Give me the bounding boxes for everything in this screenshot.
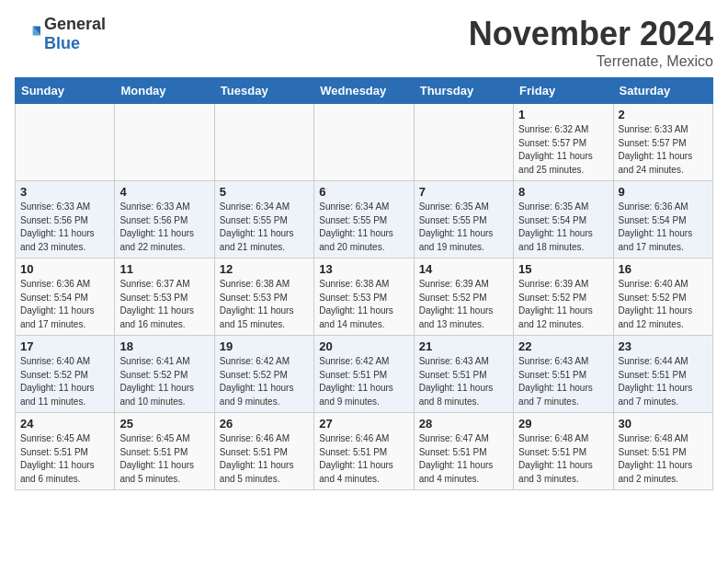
day-cell	[314, 104, 414, 181]
day-number: 18	[119, 339, 209, 353]
day-info: Sunrise: 6:37 AM Sunset: 5:53 PM Dayligh…	[119, 278, 209, 331]
day-number: 2	[619, 108, 708, 121]
day-cell: 11Sunrise: 6:37 AM Sunset: 5:53 PM Dayli…	[115, 259, 214, 336]
day-number: 26	[220, 417, 309, 431]
day-number: 19	[220, 339, 309, 353]
day-info: Sunrise: 6:46 AM Sunset: 5:51 PM Dayligh…	[220, 432, 309, 486]
day-cell: 28Sunrise: 6:47 AM Sunset: 5:51 PM Dayli…	[414, 413, 513, 490]
day-cell: 9Sunrise: 6:36 AM Sunset: 5:54 PM Daylig…	[613, 181, 712, 259]
calendar-table: SundayMondayTuesdayWednesdayThursdayFrid…	[15, 77, 713, 490]
day-number: 28	[419, 417, 508, 431]
day-info: Sunrise: 6:39 AM Sunset: 5:52 PM Dayligh…	[518, 278, 608, 331]
day-cell: 13Sunrise: 6:38 AM Sunset: 5:53 PM Dayli…	[314, 259, 414, 336]
day-header-monday: Monday	[115, 78, 214, 104]
day-cell	[414, 104, 513, 181]
day-number: 4	[119, 185, 209, 199]
day-number: 11	[119, 262, 209, 276]
header: General Blue November 2024 Terrenate, Me…	[15, 15, 713, 70]
logo-general: General	[44, 15, 106, 33]
day-cell: 8Sunrise: 6:35 AM Sunset: 5:54 PM Daylig…	[514, 181, 613, 259]
day-cell: 25Sunrise: 6:45 AM Sunset: 5:51 PM Dayli…	[115, 413, 214, 490]
day-cell: 18Sunrise: 6:41 AM Sunset: 5:52 PM Dayli…	[115, 336, 214, 413]
day-info: Sunrise: 6:35 AM Sunset: 5:54 PM Dayligh…	[518, 201, 608, 254]
day-info: Sunrise: 6:33 AM Sunset: 5:56 PM Dayligh…	[119, 201, 209, 254]
logo-icon	[15, 21, 40, 47]
location-title: Terrenate, Mexico	[469, 53, 713, 70]
day-number: 6	[319, 185, 408, 199]
day-cell: 3Sunrise: 6:33 AM Sunset: 5:56 PM Daylig…	[16, 181, 115, 259]
day-cell: 19Sunrise: 6:42 AM Sunset: 5:52 PM Dayli…	[214, 336, 313, 413]
week-row-2: 3Sunrise: 6:33 AM Sunset: 5:56 PM Daylig…	[16, 181, 713, 259]
day-info: Sunrise: 6:42 AM Sunset: 5:52 PM Dayligh…	[220, 355, 309, 408]
day-info: Sunrise: 6:39 AM Sunset: 5:52 PM Dayligh…	[419, 278, 508, 331]
day-cell: 1Sunrise: 6:32 AM Sunset: 5:57 PM Daylig…	[514, 104, 613, 181]
day-info: Sunrise: 6:36 AM Sunset: 5:54 PM Dayligh…	[20, 278, 109, 331]
logo-blue: Blue	[44, 34, 80, 52]
day-info: Sunrise: 6:41 AM Sunset: 5:52 PM Dayligh…	[119, 355, 209, 408]
day-cell: 17Sunrise: 6:40 AM Sunset: 5:52 PM Dayli…	[16, 336, 115, 413]
day-number: 1	[518, 108, 608, 121]
day-info: Sunrise: 6:45 AM Sunset: 5:51 PM Dayligh…	[119, 432, 209, 486]
day-cell: 6Sunrise: 6:34 AM Sunset: 5:55 PM Daylig…	[314, 181, 414, 259]
day-info: Sunrise: 6:32 AM Sunset: 5:57 PM Dayligh…	[518, 123, 608, 177]
day-number: 7	[419, 185, 508, 199]
day-cell	[16, 104, 115, 181]
day-number: 23	[619, 339, 708, 353]
day-info: Sunrise: 6:43 AM Sunset: 5:51 PM Dayligh…	[518, 355, 608, 408]
day-info: Sunrise: 6:46 AM Sunset: 5:51 PM Dayligh…	[319, 432, 408, 486]
day-cell	[115, 104, 214, 181]
day-number: 24	[20, 417, 109, 431]
day-number: 16	[619, 262, 708, 276]
day-number: 27	[319, 417, 408, 431]
day-number: 3	[20, 185, 109, 199]
day-info: Sunrise: 6:40 AM Sunset: 5:52 PM Dayligh…	[20, 355, 109, 408]
day-info: Sunrise: 6:44 AM Sunset: 5:51 PM Dayligh…	[619, 355, 708, 408]
day-number: 17	[20, 339, 109, 353]
day-info: Sunrise: 6:42 AM Sunset: 5:51 PM Dayligh…	[319, 355, 408, 408]
day-info: Sunrise: 6:47 AM Sunset: 5:51 PM Dayligh…	[419, 432, 508, 486]
day-info: Sunrise: 6:33 AM Sunset: 5:56 PM Dayligh…	[20, 201, 109, 254]
day-info: Sunrise: 6:43 AM Sunset: 5:51 PM Dayligh…	[419, 355, 508, 408]
day-info: Sunrise: 6:38 AM Sunset: 5:53 PM Dayligh…	[319, 278, 408, 331]
day-number: 10	[20, 262, 109, 276]
day-header-saturday: Saturday	[613, 78, 712, 104]
day-info: Sunrise: 6:45 AM Sunset: 5:51 PM Dayligh…	[20, 432, 109, 486]
calendar-body: 1Sunrise: 6:32 AM Sunset: 5:57 PM Daylig…	[16, 104, 713, 490]
day-info: Sunrise: 6:48 AM Sunset: 5:51 PM Dayligh…	[619, 432, 708, 486]
day-number: 13	[319, 262, 408, 276]
day-number: 22	[518, 339, 608, 353]
day-info: Sunrise: 6:36 AM Sunset: 5:54 PM Dayligh…	[619, 201, 708, 254]
day-cell: 12Sunrise: 6:38 AM Sunset: 5:53 PM Dayli…	[214, 259, 313, 336]
day-number: 5	[220, 185, 309, 199]
day-info: Sunrise: 6:40 AM Sunset: 5:52 PM Dayligh…	[619, 278, 708, 331]
header-row: SundayMondayTuesdayWednesdayThursdayFrid…	[16, 78, 713, 104]
day-cell: 7Sunrise: 6:35 AM Sunset: 5:55 PM Daylig…	[414, 181, 513, 259]
day-cell: 4Sunrise: 6:33 AM Sunset: 5:56 PM Daylig…	[115, 181, 214, 259]
day-number: 15	[518, 262, 608, 276]
day-header-sunday: Sunday	[16, 78, 115, 104]
day-number: 8	[518, 185, 608, 199]
day-cell: 23Sunrise: 6:44 AM Sunset: 5:51 PM Dayli…	[613, 336, 712, 413]
day-header-thursday: Thursday	[414, 78, 513, 104]
week-row-4: 17Sunrise: 6:40 AM Sunset: 5:52 PM Dayli…	[16, 336, 713, 413]
day-cell: 14Sunrise: 6:39 AM Sunset: 5:52 PM Dayli…	[414, 259, 513, 336]
day-info: Sunrise: 6:35 AM Sunset: 5:55 PM Dayligh…	[419, 201, 508, 254]
week-row-1: 1Sunrise: 6:32 AM Sunset: 5:57 PM Daylig…	[16, 104, 713, 181]
day-cell: 5Sunrise: 6:34 AM Sunset: 5:55 PM Daylig…	[214, 181, 313, 259]
day-number: 25	[119, 417, 209, 431]
day-cell: 30Sunrise: 6:48 AM Sunset: 5:51 PM Dayli…	[613, 413, 712, 490]
day-cell: 26Sunrise: 6:46 AM Sunset: 5:51 PM Dayli…	[214, 413, 313, 490]
day-cell: 2Sunrise: 6:33 AM Sunset: 5:57 PM Daylig…	[613, 104, 712, 181]
day-info: Sunrise: 6:34 AM Sunset: 5:55 PM Dayligh…	[220, 201, 309, 254]
day-cell: 29Sunrise: 6:48 AM Sunset: 5:51 PM Dayli…	[514, 413, 613, 490]
day-header-friday: Friday	[514, 78, 613, 104]
week-row-3: 10Sunrise: 6:36 AM Sunset: 5:54 PM Dayli…	[16, 259, 713, 336]
day-header-tuesday: Tuesday	[214, 78, 313, 104]
day-number: 21	[419, 339, 508, 353]
day-number: 9	[619, 185, 708, 199]
day-info: Sunrise: 6:33 AM Sunset: 5:57 PM Dayligh…	[619, 123, 708, 177]
day-info: Sunrise: 6:34 AM Sunset: 5:55 PM Dayligh…	[319, 201, 408, 254]
day-info: Sunrise: 6:38 AM Sunset: 5:53 PM Dayligh…	[220, 278, 309, 331]
day-number: 12	[220, 262, 309, 276]
day-cell: 27Sunrise: 6:46 AM Sunset: 5:51 PM Dayli…	[314, 413, 414, 490]
